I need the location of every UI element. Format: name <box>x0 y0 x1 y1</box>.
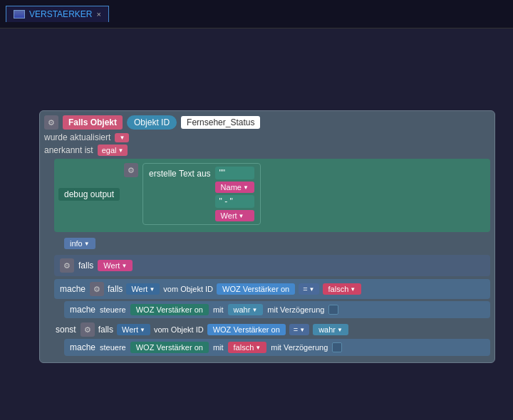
sonst-row: sonst ⚙ falls Wert vom Objekt ID WOZ Ver… <box>50 322 490 337</box>
gear-icon-erstelle: ⚙ <box>124 163 138 177</box>
mache-steuere-sonst-row: mache steuere WOZ Verstärker on mit fals… <box>64 339 490 356</box>
anerkannt-label: anerkannt ist <box>44 145 93 155</box>
debug-header: debug output ⚙ erstelle Text aus "" Name… <box>58 163 486 225</box>
mache-inner-falls-container: ⚙ falls Wert vom Objekt ID WOZ Verstärke… <box>90 282 361 296</box>
name-badge[interactable]: Name <box>215 182 254 193</box>
falls-objekt-block: ⚙ Falls Objekt Objekt ID Fernseher_Statu… <box>39 110 495 363</box>
mache-outer-row: mache ⚙ falls Wert vom Objekt ID WOZ Ver… <box>54 279 490 299</box>
wurde-aktualisiert-dropdown[interactable] <box>115 133 129 142</box>
wert-dropdown-inner[interactable]: Wert <box>126 283 160 295</box>
gear-icon-sonst-falls: ⚙ <box>81 322 95 337</box>
quote-block-1: "" <box>215 167 254 179</box>
delay-checkbox-1[interactable] <box>328 305 338 315</box>
falls-objekt-label: Falls Objekt <box>63 115 123 130</box>
woz-badge-3: WOZ Verstärker on <box>130 342 209 353</box>
mit-label-sonst: mit <box>213 343 224 352</box>
objekt-id-text: Objekt ID <box>134 117 170 127</box>
quote-text-1: "" <box>219 168 226 178</box>
erstelle-text-block: erstelle Text aus "" Name " - " Wert <box>142 163 261 225</box>
sonst-falls-container: ⚙ falls Wert vom Objekt ID WOZ Verstärke… <box>81 322 348 337</box>
tab-icon <box>14 10 25 19</box>
tab-close-button[interactable]: × <box>96 10 100 19</box>
info-row: info <box>54 235 490 252</box>
falls-wert-row: ⚙ falls Wert <box>54 255 490 276</box>
woz-badge-2: WOZ Verstärker on <box>130 304 209 315</box>
quote-text-2: " - " <box>219 196 233 206</box>
info-badge[interactable]: info <box>64 238 95 249</box>
steuere-label-1: steuere <box>100 305 126 314</box>
falls-sonst-label: falls <box>98 325 113 335</box>
objekt-id-value[interactable]: Fernseher_Status <box>181 116 260 129</box>
falsch-dropdown-1[interactable]: falsch <box>323 283 362 295</box>
wahr-dropdown-1[interactable]: wahr <box>228 304 264 315</box>
mache-sonst-label: mache <box>70 342 95 352</box>
sonst-label: sonst <box>56 325 76 335</box>
wahr-dropdown-sonst[interactable]: wahr <box>313 324 348 335</box>
wert-pink-badge[interactable]: Wert <box>98 260 133 271</box>
eq-dropdown-sonst[interactable]: = <box>289 324 309 335</box>
mit-verzoegerung-label-1: mit Verzögerung <box>267 305 324 314</box>
woz-badge-sonst: WOZ Verstärker on <box>207 324 286 335</box>
mit-label-1: mit <box>213 305 224 314</box>
falls-objekt-header: ⚙ Falls Objekt Objekt ID Fernseher_Statu… <box>44 115 490 130</box>
anerkannt-row: anerkannt ist egal <box>44 145 490 156</box>
egal-dropdown[interactable]: egal <box>98 145 128 156</box>
mache-outer-label: mache <box>60 284 86 294</box>
falls-inner-label: falls <box>78 261 93 271</box>
vom-objekt-id-sonst-text: vom Objekt ID <box>154 325 204 334</box>
woz-badge-1: WOZ Verstärker on <box>217 283 295 295</box>
vom-objekt-id-text: vom Objekt ID <box>163 285 213 293</box>
quote-block-2: " - " <box>215 195 254 208</box>
gear-icon-mache-falls: ⚙ <box>90 282 104 296</box>
erstelle-text-label: erstelle Text aus <box>149 169 211 179</box>
debug-output-label: debug output <box>58 188 120 201</box>
mache-2-label: mache <box>70 305 95 315</box>
tab-verstaerker[interactable]: VERSTAERKER × <box>6 6 109 22</box>
falls-mache-label: falls <box>108 284 123 294</box>
steuere-label-sonst: steuere <box>100 343 126 352</box>
top-bar: VERSTAERKER × <box>0 0 513 28</box>
wurde-aktualisiert-row: wurde aktualisiert <box>44 132 490 142</box>
objekt-id-pill: Objekt ID <box>127 115 177 130</box>
tab-label: VERSTAERKER <box>29 9 92 19</box>
mit-verzoegerung-label-sonst: mit Verzögerung <box>271 343 328 352</box>
erstelle-text-container: ⚙ erstelle Text aus "" Name " - " Wert <box>124 163 261 225</box>
gear-icon-falls-inner: ⚙ <box>60 258 74 273</box>
wert-dropdown-sonst[interactable]: Wert <box>117 324 150 335</box>
debug-output-block: debug output ⚙ erstelle Text aus "" Name… <box>54 159 490 232</box>
wert-badge-text[interactable]: Wert <box>215 210 254 221</box>
eq-dropdown-1[interactable]: = <box>299 283 318 295</box>
wurde-aktualisiert-label: wurde aktualisiert <box>44 132 110 142</box>
mache-steuere-row: mache steuere WOZ Verstärker on mit wahr… <box>64 301 490 318</box>
falsch-dropdown-sonst[interactable]: falsch <box>228 342 267 353</box>
text-items: "" Name " - " Wert <box>215 167 254 221</box>
gear-icon-falls: ⚙ <box>44 115 58 130</box>
delay-checkbox-sonst[interactable] <box>332 342 342 352</box>
canvas: ⚙ Falls Objekt Objekt ID Fernseher_Statu… <box>0 28 513 420</box>
